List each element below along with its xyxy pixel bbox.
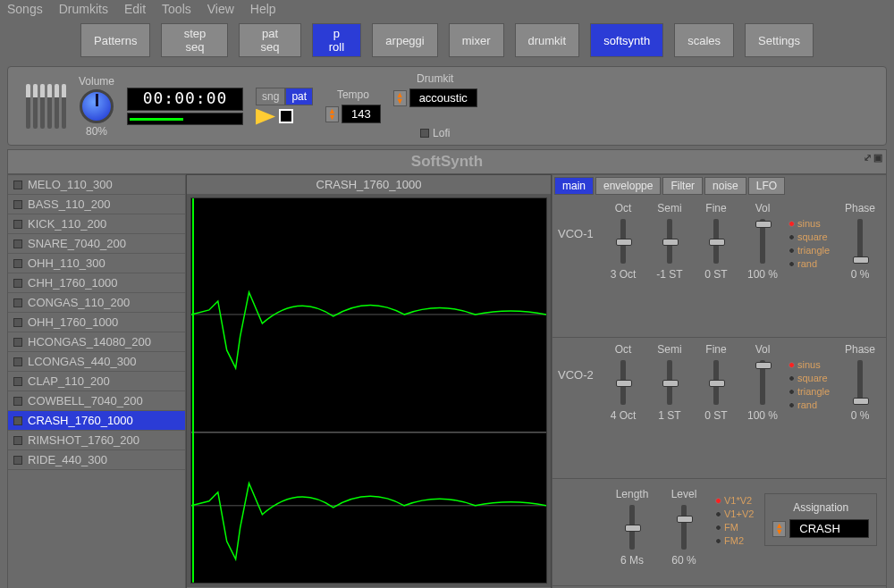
sample-item[interactable]: KICK_110_200 [8, 214, 185, 234]
assignation-value[interactable]: CRASH [789, 519, 869, 538]
toolbar-arpeggi[interactable]: arpeggi [372, 23, 437, 57]
sample-item[interactable]: RIDE_440_300 [8, 450, 185, 470]
assignation-title: Assignation [772, 501, 869, 514]
sample-label: KICK_110_200 [28, 217, 106, 231]
toolbar-p-roll[interactable]: p roll [312, 23, 362, 57]
vco1-phase-slider[interactable] [857, 219, 863, 264]
sample-item[interactable]: COWBELL_7040_200 [8, 391, 185, 411]
sample-checkbox[interactable] [13, 416, 22, 425]
stop-button[interactable] [279, 109, 293, 123]
window-maximize-icon[interactable]: ▣ [873, 152, 882, 164]
menu-drumkits[interactable]: Drumkits [59, 2, 108, 16]
synth-tab-LFO[interactable]: LFO [748, 177, 785, 195]
vco1-fine-slider[interactable] [713, 219, 719, 264]
vco2-fine-slider[interactable] [713, 360, 719, 405]
mode-sng[interactable]: sng [256, 88, 285, 105]
drumkit-value[interactable]: accoustic [409, 88, 477, 107]
vco1-vol-slider[interactable] [760, 219, 765, 264]
vco2-oct-slider[interactable] [620, 360, 626, 405]
sample-checkbox[interactable] [13, 181, 22, 189]
toolbar-softsynth[interactable]: softsynth [590, 23, 663, 57]
wave-option-FM2[interactable]: FM2 [715, 535, 754, 546]
wave-option-square[interactable]: square [789, 231, 830, 242]
wave-option-rand[interactable]: rand [789, 399, 830, 410]
sample-item[interactable]: CRASH_1760_1000 [8, 411, 185, 431]
wave-option-sinus[interactable]: sinus [789, 218, 830, 229]
vco1-semi-slider[interactable] [667, 219, 672, 264]
window-restore-icon[interactable]: ⤢ [864, 152, 872, 164]
wave-option-FM[interactable]: FM [715, 522, 754, 533]
wave-option-rand[interactable]: rand [789, 258, 830, 269]
sample-checkbox[interactable] [13, 357, 22, 366]
menu-songs[interactable]: Songs [7, 2, 43, 16]
vco1-fine-val: 0 ST [704, 268, 727, 281]
toolbar-drumkit[interactable]: drumkit [515, 23, 580, 57]
menu-help[interactable]: Help [250, 2, 276, 16]
sample-item[interactable]: CONGAS_110_200 [8, 293, 185, 313]
sample-checkbox[interactable] [13, 397, 22, 406]
sample-checkbox[interactable] [13, 318, 22, 327]
sample-item[interactable]: HCONGAS_14080_200 [8, 332, 185, 352]
synth-tab-main[interactable]: main [554, 177, 594, 195]
vco2-semi-slider[interactable] [667, 360, 672, 405]
sample-checkbox[interactable] [13, 456, 22, 465]
menu-view[interactable]: View [207, 2, 234, 16]
wave-option-sinus[interactable]: sinus [789, 359, 830, 370]
sample-checkbox[interactable] [13, 377, 22, 386]
sample-item[interactable]: CHH_1760_1000 [8, 273, 185, 293]
wave-option-V1*V2[interactable]: V1*V2 [715, 495, 754, 506]
sample-checkbox[interactable] [13, 436, 22, 445]
toolbar-pat-seq[interactable]: pat seq [239, 23, 300, 57]
vco2-phase-slider[interactable] [857, 360, 863, 405]
sample-item[interactable]: SNARE_7040_200 [8, 234, 185, 254]
synth-tab-enveloppe[interactable]: enveloppe [595, 177, 661, 195]
sample-item[interactable]: MELO_110_300 [8, 175, 185, 195]
lofi-checkbox[interactable] [420, 129, 429, 138]
sample-item[interactable]: LCONGAS_440_300 [8, 352, 185, 372]
assignation-spinner[interactable]: ▲▼ [772, 521, 786, 537]
level-slider[interactable] [681, 505, 687, 550]
waveform-display[interactable] [190, 197, 547, 584]
sample-checkbox[interactable] [13, 298, 22, 307]
sample-item[interactable]: OHH_1760_1000 [8, 313, 185, 332]
menu-edit[interactable]: Edit [124, 2, 146, 16]
sample-checkbox[interactable] [13, 200, 22, 209]
play-button[interactable] [256, 109, 275, 125]
toolbar-scales[interactable]: scales [674, 23, 734, 57]
sample-item[interactable]: OHH_110_300 [8, 254, 185, 273]
sample-checkbox[interactable] [13, 279, 22, 288]
sample-item[interactable]: CLAP_110_200 [8, 372, 185, 391]
menu-tools[interactable]: Tools [162, 2, 191, 16]
drumkit-spinner[interactable]: ▲▼ [393, 90, 407, 106]
toolbar-Patterns[interactable]: Patterns [80, 23, 150, 57]
sample-checkbox[interactable] [13, 239, 22, 248]
volume-knob[interactable] [80, 89, 114, 123]
tempo-spinner[interactable]: ▲▼ [325, 106, 339, 122]
toolbar-step-seq[interactable]: step seq [161, 23, 228, 57]
tempo-value[interactable]: 143 [342, 105, 381, 123]
sample-item[interactable]: RIMSHOT_1760_200 [8, 431, 185, 450]
radio-icon [715, 538, 721, 544]
mode-pat[interactable]: pat [285, 88, 313, 105]
wave-option-triangle[interactable]: triangle [789, 386, 830, 397]
synth-tab-Filter[interactable]: Filter [662, 177, 703, 195]
vco1-vol-label: Vol [755, 202, 771, 214]
vco1-oct-slider[interactable] [620, 219, 626, 264]
wave-option-square[interactable]: square [789, 373, 830, 383]
vco2-vol-slider[interactable] [760, 360, 765, 405]
toolbar-mixer[interactable]: mixer [449, 23, 504, 57]
sample-checkbox[interactable] [13, 338, 22, 347]
progress-bar[interactable] [127, 113, 243, 125]
synth-tab-noise[interactable]: noise [704, 177, 746, 195]
radio-icon [715, 525, 721, 531]
length-slider[interactable] [629, 505, 635, 550]
wave-option-triangle[interactable]: triangle [789, 245, 830, 256]
sample-checkbox[interactable] [13, 259, 22, 268]
sample-label: RIDE_440_300 [28, 453, 107, 466]
wave-option-V1+V2[interactable]: V1+V2 [715, 508, 754, 519]
toolbar-Settings[interactable]: Settings [745, 23, 814, 57]
wave-option-label: FM [724, 522, 738, 533]
radio-icon [715, 498, 721, 504]
sample-checkbox[interactable] [13, 220, 22, 229]
sample-item[interactable]: BASS_110_200 [8, 195, 185, 214]
